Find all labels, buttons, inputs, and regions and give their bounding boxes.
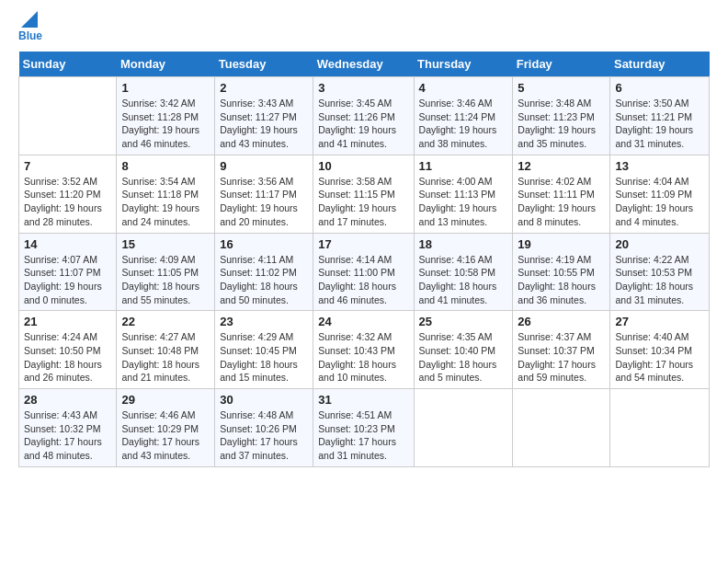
day-number: 25 <box>419 315 508 328</box>
calendar-cell: 3Sunrise: 3:45 AM Sunset: 11:26 PM Dayli… <box>313 77 414 155</box>
day-number: 24 <box>318 315 408 328</box>
day-info: Sunrise: 4:02 AM Sunset: 11:11 PM Daylig… <box>518 175 605 229</box>
day-info: Sunrise: 4:07 AM Sunset: 11:07 PM Daylig… <box>24 253 111 307</box>
day-info: Sunrise: 4:27 AM Sunset: 10:48 PM Daylig… <box>121 330 210 385</box>
day-info: Sunrise: 3:46 AM Sunset: 11:24 PM Daylig… <box>419 97 508 151</box>
calendar-cell: 27Sunrise: 4:40 AM Sunset: 10:34 PM Dayl… <box>610 311 710 389</box>
calendar-cell: 29Sunrise: 4:46 AM Sunset: 10:29 PM Dayl… <box>117 389 215 467</box>
logo-arrow-icon <box>21 11 38 28</box>
day-info: Sunrise: 4:51 AM Sunset: 10:23 PM Daylig… <box>318 408 408 463</box>
calendar-cell <box>610 389 710 467</box>
page-header: Blue <box>18 18 710 42</box>
day-number: 30 <box>220 393 308 407</box>
day-number: 5 <box>518 81 605 95</box>
day-number: 8 <box>121 159 210 173</box>
day-info: Sunrise: 4:16 AM Sunset: 10:58 PM Daylig… <box>419 253 508 307</box>
logo-tagline: Blue <box>18 29 42 42</box>
day-number: 3 <box>318 81 408 95</box>
calendar-cell: 5Sunrise: 3:48 AM Sunset: 11:23 PM Dayli… <box>513 77 610 155</box>
day-info: Sunrise: 3:54 AM Sunset: 11:18 PM Daylig… <box>121 175 210 229</box>
calendar-cell: 13Sunrise: 4:04 AM Sunset: 11:09 PM Dayl… <box>610 155 710 233</box>
calendar-cell: 15Sunrise: 4:09 AM Sunset: 11:05 PM Dayl… <box>117 233 215 311</box>
calendar-cell: 1Sunrise: 3:42 AM Sunset: 11:28 PM Dayli… <box>117 77 215 155</box>
calendar-cell: 23Sunrise: 4:29 AM Sunset: 10:45 PM Dayl… <box>215 311 313 389</box>
calendar-cell: 17Sunrise: 4:14 AM Sunset: 11:00 PM Dayl… <box>313 233 414 311</box>
day-info: Sunrise: 4:40 AM Sunset: 10:34 PM Daylig… <box>615 330 704 385</box>
day-number: 4 <box>419 81 508 95</box>
day-number: 19 <box>518 237 605 251</box>
day-number: 20 <box>615 237 704 251</box>
day-number: 14 <box>24 237 111 251</box>
calendar-cell <box>19 77 117 155</box>
calendar-cell: 19Sunrise: 4:19 AM Sunset: 10:55 PM Dayl… <box>513 233 610 311</box>
calendar-cell: 25Sunrise: 4:35 AM Sunset: 10:40 PM Dayl… <box>414 311 513 389</box>
header-tuesday: Tuesday <box>215 52 313 77</box>
day-info: Sunrise: 3:43 AM Sunset: 11:27 PM Daylig… <box>220 97 308 151</box>
calendar-header-row: SundayMondayTuesdayWednesdayThursdayFrid… <box>19 52 710 77</box>
calendar-cell: 18Sunrise: 4:16 AM Sunset: 10:58 PM Dayl… <box>414 233 513 311</box>
day-number: 31 <box>318 393 408 407</box>
day-info: Sunrise: 3:58 AM Sunset: 11:15 PM Daylig… <box>318 175 408 229</box>
calendar-cell: 9Sunrise: 3:56 AM Sunset: 11:17 PM Dayli… <box>215 155 313 233</box>
day-number: 28 <box>24 393 111 407</box>
header-friday: Friday <box>513 52 610 77</box>
day-info: Sunrise: 4:43 AM Sunset: 10:32 PM Daylig… <box>24 408 111 463</box>
day-number: 7 <box>24 159 111 173</box>
day-info: Sunrise: 4:35 AM Sunset: 10:40 PM Daylig… <box>419 330 508 385</box>
day-info: Sunrise: 4:00 AM Sunset: 11:13 PM Daylig… <box>419 175 508 229</box>
calendar-cell: 6Sunrise: 3:50 AM Sunset: 11:21 PM Dayli… <box>610 77 710 155</box>
day-info: Sunrise: 4:29 AM Sunset: 10:45 PM Daylig… <box>220 330 308 385</box>
calendar-cell: 21Sunrise: 4:24 AM Sunset: 10:50 PM Dayl… <box>19 311 117 389</box>
day-number: 27 <box>615 315 704 328</box>
calendar-week-row: 1Sunrise: 3:42 AM Sunset: 11:28 PM Dayli… <box>19 77 710 155</box>
day-info: Sunrise: 4:37 AM Sunset: 10:37 PM Daylig… <box>518 330 605 385</box>
day-number: 29 <box>121 393 210 407</box>
calendar-cell: 22Sunrise: 4:27 AM Sunset: 10:48 PM Dayl… <box>117 311 215 389</box>
calendar-week-row: 21Sunrise: 4:24 AM Sunset: 10:50 PM Dayl… <box>19 311 710 389</box>
day-info: Sunrise: 4:48 AM Sunset: 10:26 PM Daylig… <box>220 408 308 463</box>
day-info: Sunrise: 4:14 AM Sunset: 11:00 PM Daylig… <box>318 253 408 307</box>
header-thursday: Thursday <box>414 52 513 77</box>
day-number: 12 <box>518 159 605 173</box>
day-info: Sunrise: 4:22 AM Sunset: 10:53 PM Daylig… <box>615 253 704 307</box>
calendar-cell: 26Sunrise: 4:37 AM Sunset: 10:37 PM Dayl… <box>513 311 610 389</box>
day-number: 6 <box>615 81 704 95</box>
day-info: Sunrise: 4:24 AM Sunset: 10:50 PM Daylig… <box>24 330 111 385</box>
calendar-cell: 12Sunrise: 4:02 AM Sunset: 11:11 PM Dayl… <box>513 155 610 233</box>
calendar-cell <box>414 389 513 467</box>
day-number: 18 <box>419 237 508 251</box>
calendar-cell: 20Sunrise: 4:22 AM Sunset: 10:53 PM Dayl… <box>610 233 710 311</box>
day-info: Sunrise: 3:52 AM Sunset: 11:20 PM Daylig… <box>24 175 111 229</box>
header-saturday: Saturday <box>610 52 710 77</box>
logo: Blue <box>18 18 42 42</box>
calendar-week-row: 14Sunrise: 4:07 AM Sunset: 11:07 PM Dayl… <box>19 233 710 311</box>
day-info: Sunrise: 3:42 AM Sunset: 11:28 PM Daylig… <box>121 97 210 151</box>
calendar-week-row: 7Sunrise: 3:52 AM Sunset: 11:20 PM Dayli… <box>19 155 710 233</box>
calendar-week-row: 28Sunrise: 4:43 AM Sunset: 10:32 PM Dayl… <box>19 389 710 467</box>
calendar-cell: 10Sunrise: 3:58 AM Sunset: 11:15 PM Dayl… <box>313 155 414 233</box>
day-info: Sunrise: 4:11 AM Sunset: 11:02 PM Daylig… <box>220 253 308 307</box>
day-number: 16 <box>220 237 308 251</box>
day-info: Sunrise: 4:46 AM Sunset: 10:29 PM Daylig… <box>121 408 210 463</box>
day-number: 23 <box>220 315 308 328</box>
day-number: 21 <box>24 315 111 328</box>
calendar-cell: 2Sunrise: 3:43 AM Sunset: 11:27 PM Dayli… <box>215 77 313 155</box>
svg-marker-0 <box>21 11 38 28</box>
header-monday: Monday <box>117 52 215 77</box>
day-number: 15 <box>121 237 210 251</box>
day-number: 11 <box>419 159 508 173</box>
day-info: Sunrise: 3:50 AM Sunset: 11:21 PM Daylig… <box>615 97 704 151</box>
day-number: 22 <box>121 315 210 328</box>
calendar-cell: 8Sunrise: 3:54 AM Sunset: 11:18 PM Dayli… <box>117 155 215 233</box>
day-info: Sunrise: 4:09 AM Sunset: 11:05 PM Daylig… <box>121 253 210 307</box>
calendar-cell: 30Sunrise: 4:48 AM Sunset: 10:26 PM Dayl… <box>215 389 313 467</box>
day-info: Sunrise: 3:45 AM Sunset: 11:26 PM Daylig… <box>318 97 408 151</box>
calendar-cell: 28Sunrise: 4:43 AM Sunset: 10:32 PM Dayl… <box>19 389 117 467</box>
calendar-cell <box>513 389 610 467</box>
calendar-cell: 14Sunrise: 4:07 AM Sunset: 11:07 PM Dayl… <box>19 233 117 311</box>
day-info: Sunrise: 3:48 AM Sunset: 11:23 PM Daylig… <box>518 97 605 151</box>
day-info: Sunrise: 4:04 AM Sunset: 11:09 PM Daylig… <box>615 175 704 229</box>
day-number: 10 <box>318 159 408 173</box>
calendar-cell: 31Sunrise: 4:51 AM Sunset: 10:23 PM Dayl… <box>313 389 414 467</box>
calendar-cell: 16Sunrise: 4:11 AM Sunset: 11:02 PM Dayl… <box>215 233 313 311</box>
